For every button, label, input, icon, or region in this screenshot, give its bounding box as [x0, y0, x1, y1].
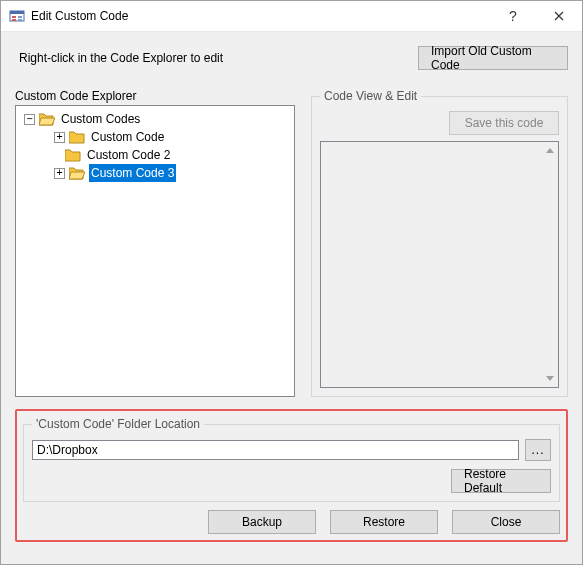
instruction-text: Right-click in the Code Explorer to edit: [15, 51, 223, 65]
import-old-custom-code-button[interactable]: Import Old Custom Code: [418, 46, 568, 70]
tree-item[interactable]: + Custom Code: [54, 128, 292, 146]
tree-item-label: Custom Code: [89, 128, 166, 146]
code-view-legend: Code View & Edit: [320, 89, 421, 103]
browse-button[interactable]: ...: [525, 439, 551, 461]
collapse-icon[interactable]: −: [24, 114, 35, 125]
svg-rect-1: [10, 11, 24, 14]
titlebar-buttons: ?: [490, 1, 582, 31]
close-button[interactable]: Close: [452, 510, 560, 534]
tree-root[interactable]: − Custom Codes: [24, 110, 292, 128]
scroll-up-icon[interactable]: [541, 142, 558, 159]
tree-item-label-selected: Custom Code 3: [89, 164, 176, 182]
folder-location-legend: 'Custom Code' Folder Location: [32, 417, 204, 431]
folder-open-icon: [39, 112, 55, 126]
close-icon[interactable]: [536, 1, 582, 31]
help-button[interactable]: ?: [490, 1, 536, 31]
window-title: Edit Custom Code: [31, 9, 490, 23]
folder-location-highlight: 'Custom Code' Folder Location ... Restor…: [15, 409, 568, 542]
explorer-label: Custom Code Explorer: [15, 89, 295, 103]
code-textarea[interactable]: [321, 142, 541, 387]
backup-button[interactable]: Backup: [208, 510, 316, 534]
restore-default-button[interactable]: Restore Default: [451, 469, 551, 493]
svg-rect-4: [18, 16, 22, 18]
titlebar: Edit Custom Code ?: [1, 1, 582, 32]
tree-root-label: Custom Codes: [59, 110, 142, 128]
tree-item-label: Custom Code 2: [85, 146, 172, 164]
svg-rect-2: [12, 16, 16, 18]
expand-icon[interactable]: +: [54, 168, 65, 179]
folder-open-icon: [69, 166, 85, 180]
scroll-down-icon[interactable]: [541, 370, 558, 387]
app-icon: [9, 8, 25, 24]
code-textarea-wrap: [320, 141, 559, 388]
client-area: Right-click in the Code Explorer to edit…: [1, 31, 582, 564]
folder-location-group: 'Custom Code' Folder Location ... Restor…: [23, 417, 560, 502]
tree-item[interactable]: + Custom Code 3: [54, 164, 292, 182]
svg-rect-5: [18, 19, 22, 21]
folder-path-input[interactable]: [32, 440, 519, 460]
dialog-window: Edit Custom Code ? Right-click in the Co…: [0, 0, 583, 565]
folder-icon: [69, 130, 85, 144]
expand-icon[interactable]: +: [54, 132, 65, 143]
code-view-edit-group: Code View & Edit Save this code: [311, 89, 568, 397]
vertical-scrollbar[interactable]: [541, 142, 558, 387]
save-this-code-button[interactable]: Save this code: [449, 111, 559, 135]
code-explorer-tree[interactable]: − Custom Codes: [15, 105, 295, 397]
folder-icon: [65, 148, 81, 162]
svg-rect-3: [12, 19, 16, 21]
tree-item[interactable]: Custom Code 2: [54, 146, 292, 164]
restore-button[interactable]: Restore: [330, 510, 438, 534]
